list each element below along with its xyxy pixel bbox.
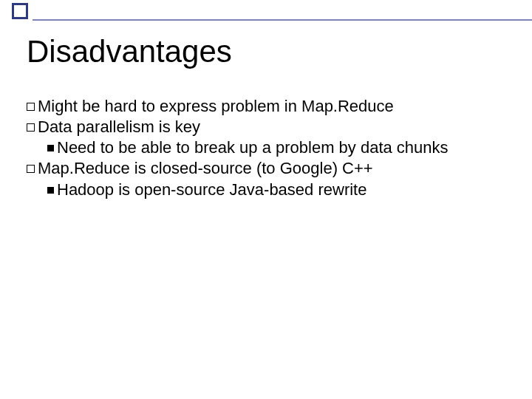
list-item: Hadoop is open-source Java-based rewrite xyxy=(27,180,505,200)
open-square-bullet-icon xyxy=(27,165,35,173)
open-square-bullet-icon xyxy=(27,103,35,111)
list-item: Map.Reduce is closed-source (to Google) … xyxy=(27,158,505,179)
slide-body: Might be hard to express problem in Map.… xyxy=(27,96,505,200)
slide-title: Disadvantages xyxy=(27,34,232,69)
list-item: Might be hard to express problem in Map.… xyxy=(27,96,505,117)
bullet-text: Data parallelism is key xyxy=(38,117,200,136)
bullet-text: Might be hard to express problem in Map.… xyxy=(38,97,394,115)
list-item: Need to be able to break up a problem by… xyxy=(27,137,505,158)
bullet-text: Need to be able to break up a problem by… xyxy=(57,138,449,157)
list-item: Data parallelism is key xyxy=(27,117,505,137)
bullet-text: Map.Reduce is closed-source (to Google) … xyxy=(38,159,373,177)
filled-square-bullet-icon xyxy=(47,187,54,194)
accent-square-icon xyxy=(12,3,28,19)
accent-rule xyxy=(33,19,532,21)
slide: Disadvantages Might be hard to express p… xyxy=(0,0,532,399)
filled-square-bullet-icon xyxy=(47,145,54,151)
open-square-bullet-icon xyxy=(27,123,35,132)
bullet-text: Hadoop is open-source Java-based rewrite xyxy=(57,180,366,199)
